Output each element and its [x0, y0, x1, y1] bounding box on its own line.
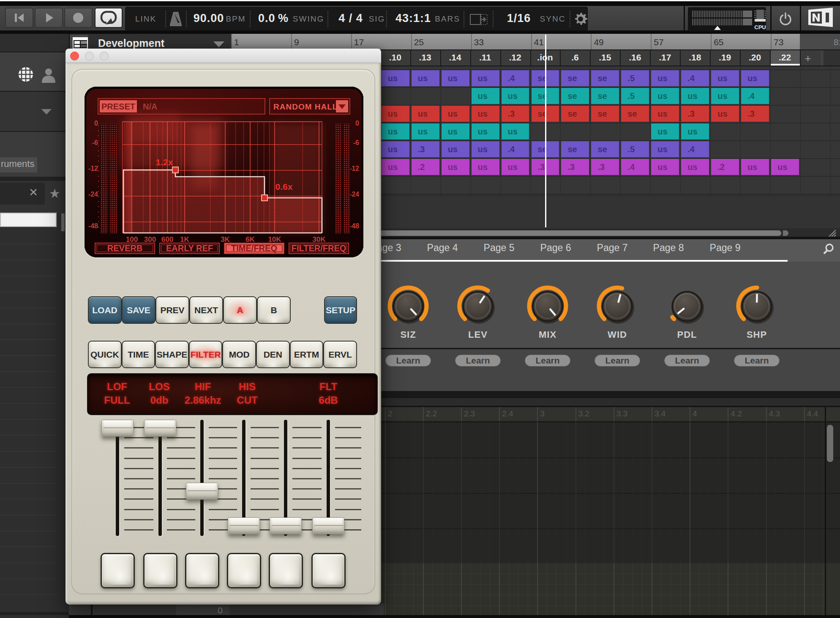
svg-text:300: 300	[144, 235, 156, 243]
svg-text:-24: -24	[88, 191, 98, 198]
svg-text:REVERB: REVERB	[107, 243, 142, 253]
svg-text:CPU: CPU	[754, 24, 766, 30]
svg-text:RANDOM HALL: RANDOM HALL	[273, 102, 338, 111]
svg-text:3K: 3K	[221, 235, 230, 243]
svg-text:-12: -12	[88, 165, 98, 172]
svg-text:30K: 30K	[312, 235, 326, 243]
svg-text:EARLY REF: EARLY REF	[166, 243, 213, 253]
svg-text:-6: -6	[353, 139, 359, 146]
svg-text:-24: -24	[349, 191, 359, 198]
svg-text:-6: -6	[92, 139, 98, 146]
svg-text:0: 0	[94, 120, 98, 127]
svg-text:0.6x: 0.6x	[275, 182, 293, 191]
svg-text:600: 600	[161, 235, 173, 243]
svg-text:-12: -12	[349, 165, 359, 172]
svg-text:-48: -48	[88, 222, 98, 230]
svg-text:-48: -48	[349, 222, 359, 230]
svg-text:100: 100	[126, 235, 138, 243]
svg-text:6K: 6K	[245, 235, 255, 243]
svg-text:TIME/FREQ: TIME/FREQ	[231, 243, 277, 253]
svg-text:1.2x: 1.2x	[156, 157, 173, 167]
svg-text:PRESET: PRESET	[101, 102, 135, 111]
svg-text:10K: 10K	[268, 235, 281, 243]
svg-text:0: 0	[355, 120, 359, 127]
svg-text:1K: 1K	[180, 235, 189, 243]
svg-text:FILTER/FREQ: FILTER/FREQ	[292, 243, 346, 253]
svg-text:N/A: N/A	[143, 102, 157, 111]
